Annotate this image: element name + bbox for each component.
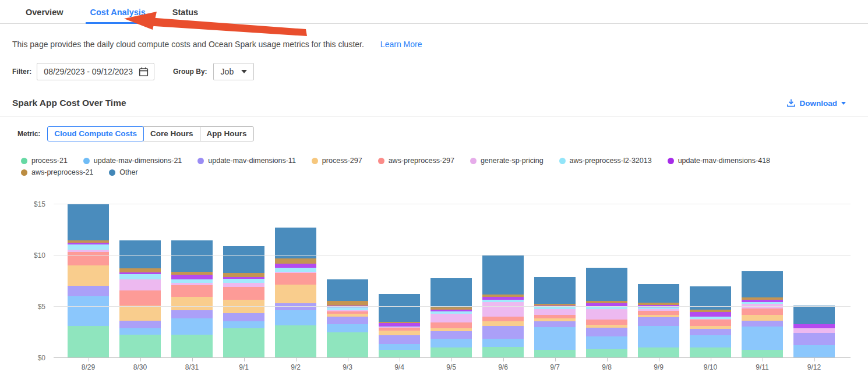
bar-9-12 <box>793 306 835 358</box>
bar-9-3-seg-process-21 <box>327 332 368 358</box>
legend-item-process-21[interactable]: process-21 <box>21 157 68 165</box>
bar-9-2 <box>275 228 316 358</box>
bar-8-29-seg-update-mav-dimensions-11 <box>68 286 109 296</box>
bar-9-6-seg-process-297 <box>482 321 524 326</box>
bar-9-2-seg-process-297 <box>275 285 316 303</box>
date-range-input[interactable]: 08/29/2023 - 09/12/2023 <box>37 63 154 80</box>
metric-button-core-hours[interactable]: Core Hours <box>143 126 200 141</box>
legend-dot-icon <box>197 158 204 164</box>
bar-9-9 <box>638 284 679 358</box>
bar-9-2-seg-process-21 <box>275 325 316 358</box>
page-description: This page provides the daily cloud compu… <box>12 40 364 49</box>
bar-9-10-seg-process-21 <box>690 347 731 358</box>
calendar-icon <box>139 67 149 77</box>
bar-8-29-seg-process-21 <box>68 326 109 358</box>
legend-item-other[interactable]: Other <box>109 168 137 176</box>
bar-9-8-seg-update-mav-dimensions-21 <box>586 336 627 349</box>
bar-8-29 <box>68 204 109 358</box>
download-label: Download <box>800 99 838 108</box>
bar-8-31-seg-process-297 <box>171 297 213 310</box>
bar-9-3-seg-update-mav-dimensions-11 <box>327 317 368 324</box>
bar-9-6-seg-aws-preprocess-297 <box>482 317 524 321</box>
legend-label: aws-preprocess-297 <box>389 157 454 165</box>
y-axis-label-0: $0 <box>0 354 45 362</box>
bar-9-7-seg-update-mav-dimensions-21 <box>534 327 576 350</box>
legend-item-process-297[interactable]: process-297 <box>312 157 362 165</box>
metric-button-cloud-compute-costs[interactable]: Cloud Compute Costs <box>47 126 144 141</box>
legend-item-aws-preprocess-l2-32013[interactable]: aws-preprocess-l2-32013 <box>559 157 652 165</box>
legend-item-aws-preprocess-21[interactable]: aws-preprocess-21 <box>21 168 93 176</box>
x-axis-label-8-29: 8/29 <box>68 358 109 371</box>
bar-8-30-seg-aws-preprocess-l2-32013 <box>119 274 161 279</box>
legend-label: update-mav-dimensions-11 <box>208 157 296 165</box>
stacked-bar-chart: 8/298/308/319/19/29/39/49/59/69/79/89/99… <box>0 200 868 374</box>
tab-cost-analysis[interactable]: Cost Analysis <box>86 8 150 24</box>
date-range-value: 08/29/2023 - 09/12/2023 <box>44 67 133 76</box>
legend-item-update-mav-dimensions-418[interactable]: update-mav-dimensions-418 <box>668 157 770 165</box>
bar-9-2-seg-aws-preprocess-l2-32013 <box>275 268 316 272</box>
bar-9-6-seg-update-mav-dimensions-11 <box>482 326 524 339</box>
bar-8-30-seg-update-mav-dimensions-21 <box>119 328 161 335</box>
bar-9-11-seg-other <box>742 271 783 297</box>
legend-item-update-mav-dimensions-11[interactable]: update-mav-dimensions-11 <box>197 157 296 165</box>
bar-9-10-seg-update-mav-dimensions-11 <box>690 329 731 335</box>
chevron-down-icon <box>841 102 846 105</box>
tab-overview[interactable]: Overview <box>21 8 68 24</box>
bar-8-31 <box>171 240 213 358</box>
bar-9-1-seg-other <box>223 246 264 273</box>
y-axis-label-10: $10 <box>0 251 45 260</box>
bar-9-8-seg-update-mav-dimensions-11 <box>586 328 627 336</box>
legend-dot-icon <box>470 158 477 164</box>
learn-more-link[interactable]: Learn More <box>380 40 422 49</box>
x-axis-label-9-8: 9/8 <box>586 358 627 371</box>
bar-9-6-seg-update-mav-dimensions-21 <box>482 339 524 347</box>
legend-item-update-mav-dimensions-21[interactable]: update-mav-dimensions-21 <box>83 157 182 165</box>
x-axis-label-9-6: 9/6 <box>482 358 524 371</box>
legend-dot-icon <box>668 158 674 164</box>
bar-9-7-seg-generate-sp-pricing <box>534 309 576 315</box>
bar-9-1-seg-update-mav-dimensions-21 <box>223 321 264 328</box>
bar-9-4-seg-other <box>379 294 420 322</box>
bar-8-30-seg-update-mav-dimensions-11 <box>119 321 161 328</box>
bar-8-29-seg-other <box>68 204 109 240</box>
bar-9-9-seg-process-21 <box>638 347 679 358</box>
bar-9-5-seg-generate-sp-pricing <box>431 314 472 322</box>
y-axis-label-15: $15 <box>0 200 45 208</box>
x-axis-label-9-2: 9/2 <box>275 358 316 371</box>
bar-9-10 <box>690 286 731 358</box>
download-button[interactable]: Download <box>786 98 846 108</box>
bar-9-10-seg-update-mav-dimensions-21 <box>690 335 731 347</box>
bar-9-2-seg-update-mav-dimensions-11 <box>275 303 316 310</box>
chart-bars <box>68 204 835 358</box>
legend-label: update-mav-dimensions-21 <box>94 157 182 165</box>
group-by-label: Group By: <box>173 68 207 76</box>
x-axis-label-8-31: 8/31 <box>171 358 213 371</box>
bar-9-1-seg-update-mav-dimensions-11 <box>223 313 264 321</box>
legend-item-generate-sp-pricing[interactable]: generate-sp-pricing <box>470 157 544 165</box>
bar-8-30-seg-process-297 <box>119 306 161 321</box>
tab-bar: OverviewCost AnalysisStatus <box>0 0 868 24</box>
x-axis-label-9-1: 9/1 <box>223 358 264 371</box>
legend-label: aws-preprocess-l2-32013 <box>570 157 652 165</box>
legend-label: aws-preprocess-21 <box>31 168 93 176</box>
bar-9-6-seg-generate-sp-pricing <box>482 302 524 317</box>
legend-dot-icon <box>312 158 318 164</box>
bar-9-11 <box>742 271 783 358</box>
legend-dot-icon <box>83 158 90 164</box>
gridline-5 <box>54 306 851 307</box>
bar-9-3-seg-other <box>327 279 368 301</box>
chart-plot-area <box>54 200 851 358</box>
metric-button-app-hours[interactable]: App Hours <box>200 126 254 141</box>
group-by-select[interactable]: Job <box>213 63 255 80</box>
bar-8-31-seg-update-mav-dimensions-21 <box>171 318 213 335</box>
bar-9-5-seg-other <box>431 278 472 307</box>
bar-9-2-seg-aws-preprocess-21 <box>275 258 316 264</box>
bar-9-5-seg-update-mav-dimensions-11 <box>431 331 472 339</box>
bar-8-30-seg-process-21 <box>119 335 161 358</box>
bar-9-7-seg-update-mav-dimensions-11 <box>534 321 576 327</box>
tab-status[interactable]: Status <box>168 8 203 24</box>
section-divider <box>0 116 868 116</box>
legend-item-aws-preprocess-297[interactable]: aws-preprocess-297 <box>378 157 454 165</box>
bar-9-8-seg-generate-sp-pricing <box>586 309 627 320</box>
bar-9-9-seg-other <box>638 284 679 303</box>
